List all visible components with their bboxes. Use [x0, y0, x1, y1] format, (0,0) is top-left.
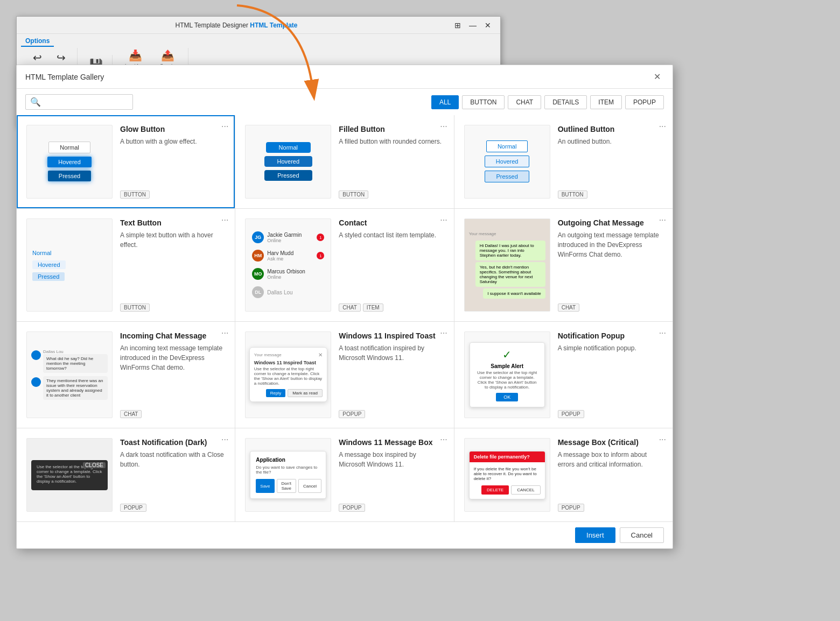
- card-tags-glow: BUTTON: [120, 190, 225, 199]
- contact-badge-2: 1: [317, 252, 324, 259]
- contact-avatar-2: HM: [252, 250, 264, 262]
- card-critical-msgbox[interactable]: Delete file permanently? If you delete t…: [454, 428, 673, 521]
- notif-check-icon: ✓: [475, 348, 539, 361]
- critical-text: If you delete the file you won't be able…: [474, 467, 541, 481]
- title-bar-text: HTML Template Designer HTML Template: [22, 22, 451, 29]
- gallery-title: HTML Template Gallery: [25, 73, 104, 81]
- card-glow-button[interactable]: Normal Hovered Pressed Glow Button A but…: [17, 115, 235, 208]
- w11toast-box: Your message ✕ Windows 11 Inspired Toast…: [249, 347, 327, 402]
- gallery-close-button[interactable]: ✕: [650, 70, 664, 83]
- card-notif-popup[interactable]: ✓ Sample Alert Use the selector at the t…: [454, 322, 673, 428]
- card-tag-outlined: BUTTON: [558, 190, 587, 199]
- notif-text: Use the selector at the top right corner…: [475, 370, 539, 390]
- card-tags-textbtn: BUTTON: [120, 304, 225, 312]
- card-preview-glow: Normal Hovered Pressed: [26, 125, 113, 199]
- card-contact[interactable]: JG Jackie Garmin Online 1 HM Harv Mudd A…: [235, 209, 453, 321]
- contact-name-4: Dallas Lou: [267, 290, 292, 295]
- filter-popup[interactable]: POPUP: [625, 95, 664, 109]
- critical-body: If you delete the file you won't be able…: [470, 462, 545, 499]
- card-tags-toastdark: POPUP: [120, 504, 225, 512]
- critical-delete-btn: DELETE: [481, 485, 509, 495]
- card-menu-outlined[interactable]: ···: [659, 122, 666, 131]
- card-menu-notif[interactable]: ···: [659, 328, 666, 338]
- card-desc-critical: A message box to inform about errors and…: [558, 450, 663, 469]
- card-desc-contact: A styled contact list item template.: [339, 230, 444, 240]
- cancel-button[interactable]: Cancel: [620, 527, 664, 543]
- filter-chat[interactable]: CHAT: [508, 95, 541, 109]
- card-info-critical: Message Box (Critical) A message box to …: [558, 438, 663, 512]
- card-menu-outchat[interactable]: ···: [659, 215, 666, 225]
- w11toast-actions: Reply Mark as read: [254, 389, 323, 397]
- card-w11-toast[interactable]: Your message ✕ Windows 11 Inspired Toast…: [235, 322, 453, 428]
- w11toast-reply: Reply: [266, 389, 285, 397]
- card-outgoing-chat[interactable]: Your message Hi Dallas! I was just about…: [454, 209, 673, 321]
- card-menu-contact[interactable]: ···: [440, 215, 447, 225]
- card-filled-button[interactable]: Normal Hovered Pressed Filled Button A f…: [235, 115, 453, 208]
- card-preview-critical: Delete file permanently? If you delete t…: [464, 438, 550, 512]
- search-box[interactable]: 🔍: [25, 94, 133, 110]
- insert-button[interactable]: Insert: [575, 527, 615, 543]
- gallery-footer: Insert Cancel: [17, 521, 673, 548]
- outchat-msg-3: I suppose it wasn't available: [483, 288, 545, 299]
- card-tag-w11toast: POPUP: [339, 410, 365, 418]
- toastdark-close: CLOSE: [83, 462, 106, 468]
- card-menu-w11toast[interactable]: ···: [440, 328, 447, 338]
- card-title-outlined: Outlined Button: [558, 125, 663, 133]
- filter-item[interactable]: ITEM: [590, 95, 622, 109]
- card-tag-filled: BUTTON: [339, 190, 368, 199]
- card-menu-inchat[interactable]: ···: [221, 328, 228, 338]
- card-outlined-button[interactable]: Normal Hovered Pressed Outlined Button A…: [454, 115, 673, 208]
- card-menu-toastdark[interactable]: ···: [221, 435, 228, 444]
- undo-icon: ↩: [33, 51, 42, 64]
- grid-button[interactable]: ⊞: [451, 18, 465, 32]
- card-preview-inchat: Dallas Lou What did he say? Did he menti…: [26, 331, 113, 419]
- title-bar: HTML Template Designer HTML Template ⊞ —…: [17, 17, 500, 34]
- filled-pressed-btn: Pressed: [264, 170, 312, 181]
- notif-title: Sample Alert: [475, 363, 539, 369]
- card-incoming-chat[interactable]: Dallas Lou What did he say? Did he menti…: [17, 322, 235, 428]
- w11toast-header: Your message ✕: [254, 352, 323, 358]
- w11msg-preview: Application Do you want to save changes …: [246, 447, 331, 503]
- inchat-bubble-1: What did he say? Did he mention the meet…: [43, 354, 108, 373]
- gallery-modal: HTML Template Gallery ✕ 🔍 ALL BUTTON CHA…: [16, 65, 673, 549]
- minimize-button[interactable]: —: [466, 18, 480, 32]
- card-menu-w11msg[interactable]: ···: [440, 435, 447, 444]
- search-input[interactable]: [44, 98, 128, 106]
- card-text-button[interactable]: Normal Hovered Pressed Text Button A sim…: [17, 209, 235, 321]
- card-desc-inchat: An incoming text message template introd…: [120, 343, 225, 372]
- card-menu-textbtn[interactable]: ···: [221, 215, 228, 225]
- ribbon-tab-options[interactable]: Options: [21, 36, 54, 47]
- card-menu-critical[interactable]: ···: [659, 435, 666, 444]
- card-tag-w11msg: POPUP: [339, 504, 365, 512]
- card-info-w11toast: Windows 11 Inspired Toast A toast notifi…: [339, 331, 444, 419]
- save-gallery-icon: 📤: [161, 49, 174, 62]
- w11toast-text: Use the selector at the top right corner…: [254, 366, 323, 386]
- card-menu-glow[interactable]: ···: [221, 122, 228, 131]
- filter-button[interactable]: BUTTON: [462, 95, 505, 109]
- contact-info-1: Jackie Garmin Online: [267, 232, 302, 243]
- outchat-preview: Your message Hi Dallas! I was just about…: [465, 227, 550, 303]
- tbtn-hovered: Hovered: [32, 260, 66, 269]
- close-button[interactable]: ✕: [481, 18, 495, 32]
- card-preview-w11toast: Your message ✕ Windows 11 Inspired Toast…: [245, 331, 331, 419]
- contact-status-1: Online: [267, 238, 302, 243]
- contact-name-2: Harv Mudd: [267, 250, 293, 256]
- contact-badge-1: 1: [317, 234, 324, 241]
- contact-avatar-3: MO: [252, 268, 264, 280]
- card-w11-msgbox[interactable]: Application Do you want to save changes …: [235, 428, 453, 521]
- card-title-filled: Filled Button: [339, 125, 444, 133]
- card-menu-filled[interactable]: ···: [440, 122, 447, 131]
- filter-all[interactable]: ALL: [431, 95, 459, 109]
- contact-item-2: HM Harv Mudd Ask me 1: [250, 248, 326, 264]
- card-desc-glow: A button with a glow effect.: [120, 137, 225, 146]
- insert-gallery-icon: 📥: [129, 49, 142, 62]
- card-info-notif: Notification Popup A simple notification…: [558, 331, 663, 419]
- contact-status-3: Online: [267, 274, 305, 280]
- notif-box: ✓ Sample Alert Use the selector at the t…: [470, 342, 545, 407]
- card-title-notif: Notification Popup: [558, 331, 663, 340]
- notif-preview: ✓ Sample Alert Use the selector at the t…: [465, 338, 550, 412]
- critical-preview: Delete file permanently? If you delete t…: [465, 447, 550, 504]
- card-toast-dark[interactable]: CLOSE Use the selector at the top right …: [17, 428, 235, 521]
- outchat-msg-2: Yes, but he didn't mention specifics. So…: [475, 262, 545, 287]
- filter-details[interactable]: DETAILS: [544, 95, 587, 109]
